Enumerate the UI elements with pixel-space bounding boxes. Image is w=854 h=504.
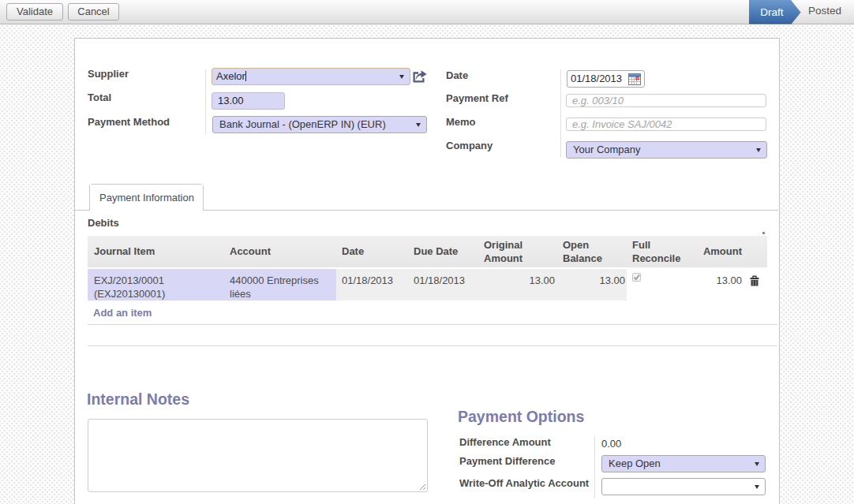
- svg-text:Draft: Draft: [760, 6, 784, 18]
